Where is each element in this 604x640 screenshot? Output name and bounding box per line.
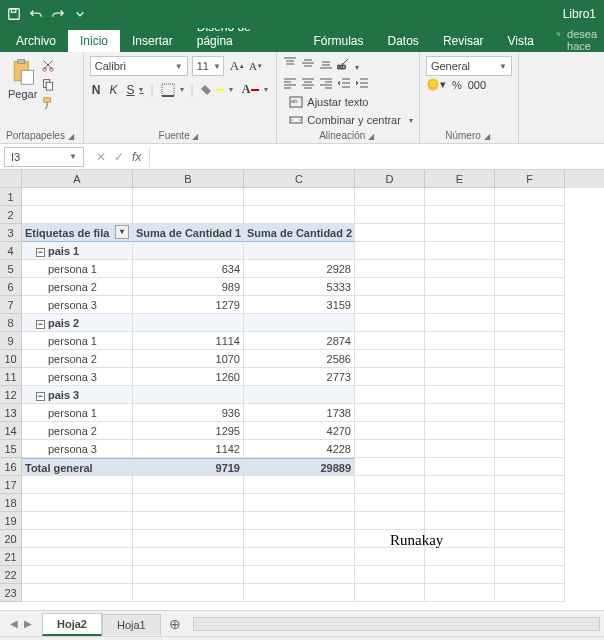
cell[interactable] — [425, 422, 495, 440]
font-size-select[interactable]: 11▼ — [192, 56, 224, 76]
cell[interactable] — [495, 566, 565, 584]
align-right-icon[interactable] — [319, 76, 333, 93]
row-header[interactable]: 11 — [0, 368, 22, 386]
horizontal-scrollbar[interactable] — [193, 617, 600, 631]
cell[interactable] — [244, 548, 355, 566]
cell[interactable]: 1279 — [133, 296, 244, 314]
row-header[interactable]: 9 — [0, 332, 22, 350]
cell[interactable]: 29889 — [244, 458, 355, 476]
cell[interactable] — [133, 188, 244, 206]
cell[interactable] — [22, 476, 133, 494]
cell[interactable] — [22, 566, 133, 584]
cell[interactable] — [425, 476, 495, 494]
cell[interactable] — [22, 512, 133, 530]
align-bottom-icon[interactable] — [319, 56, 333, 73]
column-header[interactable]: B — [133, 170, 244, 188]
row-header[interactable]: 8 — [0, 314, 22, 332]
fx-icon[interactable]: fx — [132, 150, 141, 164]
format-painter-icon[interactable] — [41, 96, 55, 113]
merge-center-button[interactable]: Combinar y centrar▾ — [289, 113, 413, 127]
cell[interactable] — [495, 350, 565, 368]
tab-insert[interactable]: Insertar — [120, 30, 185, 52]
cell[interactable] — [133, 566, 244, 584]
cell[interactable] — [355, 278, 425, 296]
cell[interactable] — [355, 296, 425, 314]
cell[interactable] — [355, 548, 425, 566]
decrease-font-icon[interactable]: A▾ — [247, 57, 264, 75]
cell[interactable]: persona 1 — [22, 260, 133, 278]
orientation-icon[interactable]: ab▾ — [337, 56, 359, 73]
cell[interactable] — [425, 584, 495, 602]
cell[interactable] — [133, 386, 244, 404]
font-name-select[interactable]: Calibri▼ — [90, 56, 188, 76]
align-middle-icon[interactable] — [301, 56, 315, 73]
cell[interactable]: 1260 — [133, 368, 244, 386]
decrease-indent-icon[interactable] — [337, 76, 351, 93]
align-center-icon[interactable] — [301, 76, 315, 93]
cell[interactable] — [495, 296, 565, 314]
cell[interactable] — [355, 458, 425, 476]
sheet-tab-other[interactable]: Hoja1 — [102, 614, 161, 635]
cell[interactable] — [133, 314, 244, 332]
cell[interactable] — [495, 422, 565, 440]
cell[interactable] — [355, 314, 425, 332]
cell[interactable] — [495, 188, 565, 206]
cell[interactable] — [133, 494, 244, 512]
cell[interactable]: 936 — [133, 404, 244, 422]
collapse-icon[interactable]: − — [36, 248, 45, 257]
sheet-nav-next-icon[interactable]: ▶ — [24, 618, 32, 629]
cell[interactable]: 1738 — [244, 404, 355, 422]
cell[interactable] — [355, 242, 425, 260]
cell[interactable] — [22, 530, 133, 548]
cell[interactable] — [244, 314, 355, 332]
cell[interactable] — [133, 512, 244, 530]
cell[interactable] — [22, 188, 133, 206]
cell[interactable] — [133, 476, 244, 494]
cell[interactable] — [495, 440, 565, 458]
cell[interactable] — [355, 368, 425, 386]
cell[interactable]: 1070 — [133, 350, 244, 368]
cancel-formula-icon[interactable]: ✕ — [96, 150, 106, 164]
comma-format-icon[interactable]: 000 — [468, 79, 486, 91]
row-header[interactable]: 5 — [0, 260, 22, 278]
sheet-tab-active[interactable]: Hoja2 — [42, 613, 102, 636]
cell[interactable] — [355, 440, 425, 458]
cell[interactable] — [355, 206, 425, 224]
redo-icon[interactable] — [50, 6, 66, 22]
cell[interactable] — [244, 584, 355, 602]
cell[interactable] — [495, 548, 565, 566]
cell[interactable] — [244, 566, 355, 584]
cell[interactable]: 634 — [133, 260, 244, 278]
cell[interactable]: persona 2 — [22, 350, 133, 368]
cell[interactable]: 1295 — [133, 422, 244, 440]
cell[interactable] — [22, 494, 133, 512]
cell[interactable]: persona 1 — [22, 332, 133, 350]
cell[interactable] — [495, 404, 565, 422]
cell[interactable] — [133, 242, 244, 260]
tab-view[interactable]: Vista — [496, 30, 546, 52]
cell[interactable] — [244, 242, 355, 260]
cell[interactable]: −pais 3 — [22, 386, 133, 404]
cell[interactable] — [495, 206, 565, 224]
column-header[interactable]: E — [425, 170, 495, 188]
accounting-format-icon[interactable]: 🪙▾ — [426, 78, 446, 91]
cell[interactable] — [425, 494, 495, 512]
row-header[interactable]: 21 — [0, 548, 22, 566]
cell[interactable] — [495, 584, 565, 602]
cell[interactable] — [425, 368, 495, 386]
row-header[interactable]: 2 — [0, 206, 22, 224]
cell[interactable]: persona 2 — [22, 422, 133, 440]
column-header[interactable]: D — [355, 170, 425, 188]
cell[interactable]: persona 3 — [22, 296, 133, 314]
row-header[interactable]: 19 — [0, 512, 22, 530]
row-header[interactable]: 15 — [0, 440, 22, 458]
cell[interactable]: Etiquetas de fila▾ — [22, 224, 133, 242]
underline-button[interactable]: S ▾ — [124, 82, 145, 98]
cell[interactable]: 5333 — [244, 278, 355, 296]
border-button[interactable]: ▾ — [159, 82, 186, 98]
cell[interactable] — [22, 206, 133, 224]
cell[interactable] — [425, 350, 495, 368]
cell[interactable] — [425, 278, 495, 296]
cell[interactable] — [425, 206, 495, 224]
cell[interactable] — [495, 494, 565, 512]
